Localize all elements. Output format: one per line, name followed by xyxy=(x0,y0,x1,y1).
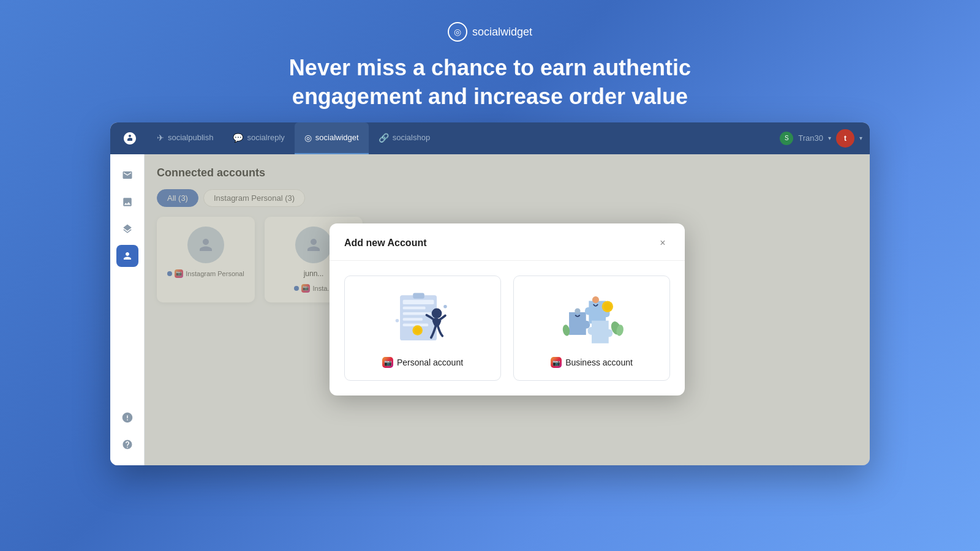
sidebar-item-inbox[interactable] xyxy=(116,164,138,186)
brand-area: ◎ socialwidget Never miss a chance to ea… xyxy=(289,0,691,111)
brand-logo: ◎ socialwidget xyxy=(448,22,532,42)
business-account-text: Business account xyxy=(565,358,633,367)
nav-tab-shop-label: socialshop xyxy=(393,133,430,142)
svg-point-13 xyxy=(575,308,580,313)
nav-right: S Tran30 ▾ t ▾ xyxy=(780,129,862,148)
nav-tab-publish-label: socialpublish xyxy=(168,133,213,142)
user-dropdown-icon[interactable]: ▾ xyxy=(828,135,831,141)
avatar-initial: t xyxy=(844,134,846,143)
svg-point-10 xyxy=(443,305,447,309)
personal-account-option[interactable]: 📷 Personal account xyxy=(344,276,501,381)
main-area: Connected accounts All (3) Instagram Per… xyxy=(110,154,870,465)
svg-rect-2 xyxy=(403,306,426,309)
headline-line2: engagement and increase order value xyxy=(292,84,688,109)
avatar-dropdown-icon[interactable]: ▾ xyxy=(859,135,862,141)
user-name: Tran30 xyxy=(798,133,823,143)
nav-tab-publish[interactable]: ✈ socialpublish xyxy=(147,122,223,154)
personal-account-illustration xyxy=(386,288,459,350)
modal-body: 📷 Personal account xyxy=(330,261,685,395)
personal-account-label: 📷 Personal account xyxy=(382,357,463,368)
sidebar-bottom xyxy=(116,407,138,455)
svg-rect-1 xyxy=(403,299,434,304)
svg-point-7 xyxy=(432,308,442,318)
nav-tab-widget-label: socialwidget xyxy=(315,133,359,142)
svg-point-12 xyxy=(592,296,599,303)
modal-title: Add new Account xyxy=(344,238,427,249)
app-window: ✈ socialpublish 💬 socialreply ◎ socialwi… xyxy=(110,122,870,465)
business-account-option[interactable]: 📷 Business account xyxy=(513,276,670,381)
brand-logo-icon: ◎ xyxy=(448,22,467,42)
modal-close-button[interactable]: × xyxy=(655,236,670,250)
modal-header: Add new Account × xyxy=(330,223,685,261)
business-account-label: 📷 Business account xyxy=(551,357,633,368)
sidebar-item-layers[interactable] xyxy=(116,218,138,240)
brand-name: socialwidget xyxy=(472,26,532,39)
headline-line1: Never miss a chance to earn authentic xyxy=(289,55,691,80)
svg-point-11 xyxy=(396,319,399,323)
user-avatar[interactable]: t xyxy=(836,129,854,148)
sidebar-item-accounts[interactable] xyxy=(116,245,138,267)
sidebar-item-help[interactable] xyxy=(116,433,138,455)
shopify-initial: S xyxy=(785,135,789,141)
nav-tab-shop[interactable]: 🔗 socialshop xyxy=(369,122,440,154)
modal-overlay: Add new Account × xyxy=(145,154,870,465)
reply-icon: 💬 xyxy=(233,133,243,143)
shop-icon: 🔗 xyxy=(379,133,389,143)
nav-logo xyxy=(118,122,142,154)
nav-tab-reply-label: socialreply xyxy=(247,133,284,142)
sidebar xyxy=(110,154,145,465)
nav-tab-widget[interactable]: ◎ socialwidget xyxy=(295,122,369,154)
personal-instagram-icon: 📷 xyxy=(382,357,393,368)
widget-icon: ◎ xyxy=(304,133,312,143)
svg-point-15 xyxy=(603,302,611,310)
sidebar-item-support[interactable] xyxy=(116,407,138,429)
modal: Add new Account × xyxy=(330,223,685,395)
content-area: Connected accounts All (3) Instagram Per… xyxy=(145,154,870,465)
shopify-badge: S xyxy=(780,132,793,145)
publish-icon: ✈ xyxy=(157,133,164,143)
svg-rect-4 xyxy=(403,318,423,321)
business-instagram-icon: 📷 xyxy=(551,357,562,368)
svg-rect-6 xyxy=(413,293,424,298)
nav-tab-reply[interactable]: 💬 socialreply xyxy=(223,122,294,154)
personal-account-text: Personal account xyxy=(397,358,463,367)
sidebar-item-gallery[interactable] xyxy=(116,191,138,213)
business-account-illustration xyxy=(555,288,628,350)
top-nav: ✈ socialpublish 💬 socialreply ◎ socialwi… xyxy=(110,122,870,154)
headline: Never miss a chance to earn authentic en… xyxy=(289,54,691,111)
svg-point-9 xyxy=(414,327,421,334)
